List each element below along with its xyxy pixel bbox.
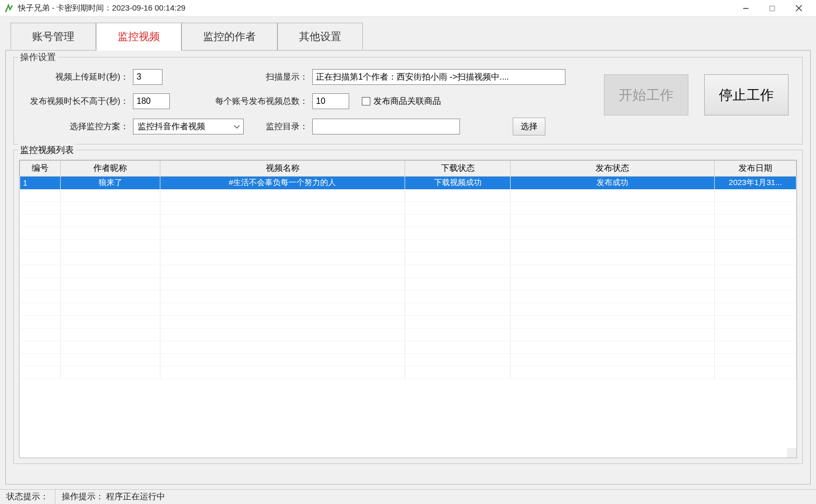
status-left: 状态提示：	[0, 490, 55, 504]
table-row[interactable]	[20, 189, 796, 202]
cell-download: 下载视频成功	[405, 177, 510, 189]
col-publish-date[interactable]: 发布日期	[715, 161, 796, 177]
stop-button[interactable]: 停止工作	[704, 74, 789, 115]
tab-accounts[interactable]: 账号管理	[11, 23, 96, 51]
table-row[interactable]	[20, 278, 796, 290]
table-row[interactable]	[20, 227, 796, 240]
table-row[interactable]	[20, 240, 796, 253]
table-row[interactable]	[20, 215, 796, 227]
table-row[interactable]: 1 狼来了 #生活不会辜负每一个努力的人 下载视频成功 发布成功 2023年1月…	[20, 177, 796, 189]
table-row[interactable]	[20, 303, 796, 316]
minimize-button[interactable]	[733, 0, 759, 17]
window-title: 快子兄弟 - 卡密到期时间：2023-09-16 00:14:29	[18, 3, 186, 13]
scan-label: 扫描显示：	[207, 72, 312, 83]
settings-group: 操作设置 视频上传延时(秒)： 扫描显示： 发布视频时长不高于(秒)： 每个账号…	[13, 57, 803, 144]
table-row[interactable]	[20, 253, 796, 265]
app-icon	[4, 4, 14, 13]
cell-date: 2023年1月31...	[715, 177, 796, 189]
table-row[interactable]	[20, 366, 796, 379]
video-table-wrap: 编号 作者昵称 视频名称 下载状态 发布状态 发布日期 1 狼来了 #生活不会辜	[19, 160, 797, 458]
table-row[interactable]	[20, 202, 796, 215]
cell-id: 1	[20, 177, 61, 189]
upload-delay-label: 视频上传延时(秒)：	[22, 72, 133, 83]
statusbar: 状态提示： 操作提示： 程序正在运行中	[0, 489, 816, 504]
client-area: 账号管理 监控视频 监控的作者 其他设置 操作设置 视频上传延时(秒)： 扫描显…	[0, 17, 816, 489]
svg-line-2	[796, 5, 802, 11]
plan-value: 监控抖音作者视频	[138, 121, 205, 132]
tab-content: 操作设置 视频上传延时(秒)： 扫描显示： 发布视频时长不高于(秒)： 每个账号…	[5, 50, 811, 484]
publish-link-checkbox[interactable]: 发布商品关联商品	[362, 96, 441, 107]
table-row[interactable]	[20, 290, 796, 303]
start-button[interactable]: 开始工作	[604, 74, 688, 115]
settings-legend: 操作设置	[18, 51, 58, 63]
choose-dir-button[interactable]: 选择	[513, 118, 545, 135]
table-row[interactable]	[20, 354, 796, 366]
tabs: 账号管理 监控视频 监控的作者 其他设置	[11, 22, 811, 50]
checkbox-icon	[362, 97, 370, 105]
table-row[interactable]	[20, 328, 796, 341]
upload-delay-input[interactable]	[133, 69, 162, 85]
col-id[interactable]: 编号	[20, 161, 61, 177]
titlebar: 快子兄弟 - 卡密到期时间：2023-09-16 00:14:29	[0, 0, 816, 17]
video-list-group: 监控视频列表 编号 作者昵称 视频名称 下载状态 发布状态	[13, 150, 803, 464]
scroll-corner	[787, 448, 796, 458]
per-account-label: 每个账号发布视频总数：	[207, 96, 312, 107]
max-duration-label: 发布视频时长不高于(秒)：	[22, 96, 133, 107]
col-download-status[interactable]: 下载状态	[405, 161, 510, 177]
cell-author: 狼来了	[61, 177, 160, 189]
scan-display[interactable]	[312, 69, 565, 85]
publish-link-label: 发布商品关联商品	[373, 96, 441, 107]
plan-label: 选择监控方案：	[22, 121, 133, 132]
tab-other-settings[interactable]: 其他设置	[277, 23, 363, 51]
video-list-legend: 监控视频列表	[18, 144, 76, 156]
table-header-row: 编号 作者昵称 视频名称 下载状态 发布状态 发布日期	[20, 161, 796, 177]
svg-rect-1	[770, 6, 775, 11]
tab-monitor-authors[interactable]: 监控的作者	[181, 23, 277, 51]
tab-monitor-video[interactable]: 监控视频	[96, 23, 181, 51]
maximize-button[interactable]	[759, 0, 785, 17]
dir-input[interactable]	[312, 119, 460, 134]
col-author[interactable]: 作者昵称	[61, 161, 160, 177]
video-table: 编号 作者昵称 视频名称 下载状态 发布状态 发布日期 1 狼来了 #生活不会辜	[20, 160, 796, 379]
svg-line-3	[796, 5, 802, 11]
cell-video-name: #生活不会辜负每一个努力的人	[160, 177, 405, 189]
table-row[interactable]	[20, 316, 796, 328]
cell-publish: 发布成功	[510, 177, 714, 189]
per-account-input[interactable]	[312, 93, 349, 109]
col-video-name[interactable]: 视频名称	[160, 161, 405, 177]
table-row[interactable]	[20, 341, 796, 354]
close-button[interactable]	[785, 0, 812, 17]
max-duration-input[interactable]	[133, 93, 170, 109]
table-row[interactable]	[20, 265, 796, 278]
dir-label: 监控目录：	[207, 121, 312, 132]
status-right: 操作提示： 程序正在运行中	[55, 490, 171, 504]
col-publish-status[interactable]: 发布状态	[510, 161, 714, 177]
